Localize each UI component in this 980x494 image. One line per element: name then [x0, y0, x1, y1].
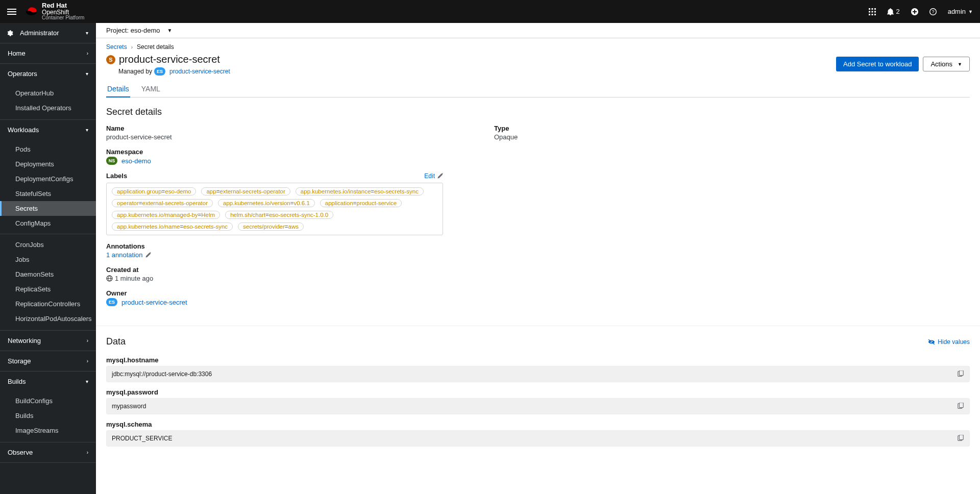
- label-chip[interactable]: app=external-secrets-operator: [201, 187, 290, 195]
- field-created-at-label: Created at: [106, 266, 453, 274]
- managed-by-label: Managed by: [118, 68, 152, 75]
- edit-labels-button[interactable]: Edit: [424, 172, 443, 180]
- breadcrumb-parent-link[interactable]: Secrets: [106, 43, 127, 51]
- sidebar-item-imagestreams[interactable]: ImageStreams: [0, 423, 96, 438]
- sidebar-section-networking[interactable]: Networking›: [0, 331, 96, 351]
- field-owner-value: ES product-service-secret: [106, 298, 453, 306]
- sidebar-item-buildconfigs[interactable]: BuildConfigs: [0, 393, 96, 408]
- label-chip[interactable]: secrets/provider=aws: [238, 223, 304, 231]
- svg-rect-11: [913, 11, 917, 12]
- sidebar-section-observe[interactable]: Observe›: [0, 442, 96, 450]
- label-chip[interactable]: app.kubernetes.io/managed-by=Helm: [112, 211, 220, 219]
- field-namespace-label: Namespace: [106, 148, 453, 156]
- owner-link[interactable]: product-service-secret: [121, 299, 187, 306]
- hamburger-menu-button[interactable]: [7, 7, 16, 16]
- actions-menu-button[interactable]: Actions ▼: [923, 57, 970, 71]
- sidebar-section-home[interactable]: Home›: [0, 43, 96, 63]
- copy-icon[interactable]: [957, 403, 964, 410]
- help-button[interactable]: ?: [929, 8, 937, 15]
- topbar-actions: 2 ? admin ▼: [869, 8, 973, 15]
- username: admin: [948, 8, 966, 15]
- label-chip[interactable]: app.kubernetes.io/version=v0.6.1: [218, 199, 315, 207]
- brand-text: Red Hat OpenShift Container Platform: [42, 2, 84, 21]
- brand-logo[interactable]: Red Hat OpenShift Container Platform: [26, 2, 84, 21]
- copy-icon[interactable]: [957, 370, 964, 378]
- data-value: mypassword: [106, 398, 970, 414]
- sidebar-section-workloads[interactable]: Workloads▾: [0, 120, 96, 140]
- sidebar-item-installed operators[interactable]: Installed Operators: [0, 101, 96, 115]
- managed-by-link[interactable]: product-service-secret: [169, 68, 230, 75]
- sidebar: Administrator ▾Home›Operators▾OperatorHu…: [0, 23, 96, 450]
- svg-rect-2: [874, 8, 876, 10]
- svg-rect-0: [869, 8, 870, 10]
- sidebar-item-configmaps[interactable]: ConfigMaps: [0, 216, 96, 231]
- project-selector[interactable]: Project: eso-demo ▼: [96, 23, 980, 38]
- field-annotations-value: 1 annotation: [106, 251, 453, 259]
- sidebar-item-pods[interactable]: Pods: [0, 142, 96, 157]
- es-badge-icon: ES: [106, 298, 117, 306]
- hide-values-button[interactable]: Hide values: [928, 338, 970, 345]
- sidebar-item-builds[interactable]: Builds: [0, 408, 96, 423]
- pencil-icon[interactable]: [145, 252, 151, 258]
- sidebar-item-deploymentconfigs[interactable]: DeploymentConfigs: [0, 171, 96, 186]
- perspective-switcher[interactable]: Administrator ▾: [0, 23, 96, 43]
- eye-slash-icon: [928, 339, 935, 345]
- annotations-link[interactable]: 1 annotation: [106, 251, 143, 259]
- sidebar-item-deployments[interactable]: Deployments: [0, 157, 96, 171]
- label-chip[interactable]: operator=external-secrets-operator: [112, 199, 213, 207]
- page-title: product-service-secret: [119, 54, 220, 65]
- data-key: mysql.hostname: [106, 356, 970, 364]
- label-chip[interactable]: app.kubernetes.io/name=eso-secrets-sync: [112, 223, 233, 231]
- sidebar-section-operators[interactable]: Operators▾: [0, 64, 96, 84]
- section-title: Secret details: [106, 107, 970, 117]
- sidebar-item-secrets[interactable]: Secrets: [0, 201, 96, 216]
- notifications-button[interactable]: 2: [887, 8, 899, 15]
- tab-details[interactable]: Details: [106, 81, 130, 97]
- field-name-label: Name: [106, 125, 453, 132]
- sidebar-item-daemonsets[interactable]: DaemonSets: [0, 267, 96, 282]
- question-circle-icon: ?: [929, 8, 937, 15]
- svg-rect-1: [872, 8, 873, 10]
- tabs: DetailsYAML: [106, 81, 970, 97]
- svg-rect-7: [872, 14, 873, 15]
- sidebar-item-jobs[interactable]: Jobs: [0, 252, 96, 267]
- user-menu[interactable]: admin ▼: [948, 8, 973, 15]
- data-value: PRODUCT_SERVICE: [106, 430, 970, 447]
- label-chip[interactable]: application=product-service: [320, 199, 402, 207]
- sidebar-item-horizontalpodautoscalers[interactable]: HorizontalPodAutoscalers: [0, 311, 96, 326]
- edit-text: Edit: [424, 172, 435, 180]
- sidebar-item-replicationcontrollers[interactable]: ReplicationControllers: [0, 297, 96, 311]
- svg-rect-21: [959, 435, 963, 440]
- copy-icon[interactable]: [957, 435, 964, 442]
- sidebar-section-builds[interactable]: Builds▾: [0, 372, 96, 391]
- project-label: Project:: [106, 27, 129, 34]
- svg-rect-4: [872, 11, 873, 12]
- label-chip[interactable]: helm.sh/chart=eso-secrets-sync-1.0.0: [225, 211, 333, 219]
- app-launcher-button[interactable]: [869, 8, 876, 15]
- caret-down-icon: ▼: [167, 28, 173, 33]
- tab-yaml[interactable]: YAML: [140, 81, 161, 97]
- sidebar-section-storage[interactable]: Storage›: [0, 351, 96, 371]
- namespace-link[interactable]: eso-demo: [121, 157, 151, 165]
- label-chip[interactable]: app.kubernetes.io/instance=eso-secrets-s…: [296, 187, 424, 195]
- page-actions: Add Secret to workload Actions ▼: [836, 57, 970, 71]
- add-secret-to-workload-button[interactable]: Add Secret to workload: [836, 57, 919, 71]
- field-created-at-value: 1 minute ago: [106, 275, 453, 282]
- breadcrumb-current: Secret details: [137, 43, 174, 51]
- field-type-label: Type: [494, 125, 970, 132]
- sidebar-item-operatorhub[interactable]: OperatorHub: [0, 86, 96, 101]
- field-namespace-value: NS eso-demo: [106, 157, 453, 165]
- sidebar-item-replicasets[interactable]: ReplicaSets: [0, 282, 96, 297]
- add-button[interactable]: [911, 8, 918, 15]
- field-type-value: Opaque: [494, 133, 970, 141]
- created-at-text: 1 minute ago: [115, 275, 153, 282]
- field-labels-label: Labels: [106, 172, 127, 180]
- label-chip[interactable]: application.group=eso-demo: [112, 187, 196, 195]
- page-header: Secrets › Secret details S product-servi…: [96, 38, 980, 97]
- breadcrumb: Secrets › Secret details: [106, 43, 970, 51]
- resource-kind-badge: S: [106, 55, 115, 64]
- data-heading: Data: [106, 336, 126, 347]
- plus-circle-icon: [911, 8, 918, 15]
- sidebar-item-statefulsets[interactable]: StatefulSets: [0, 186, 96, 201]
- sidebar-item-cronjobs[interactable]: CronJobs: [0, 237, 96, 252]
